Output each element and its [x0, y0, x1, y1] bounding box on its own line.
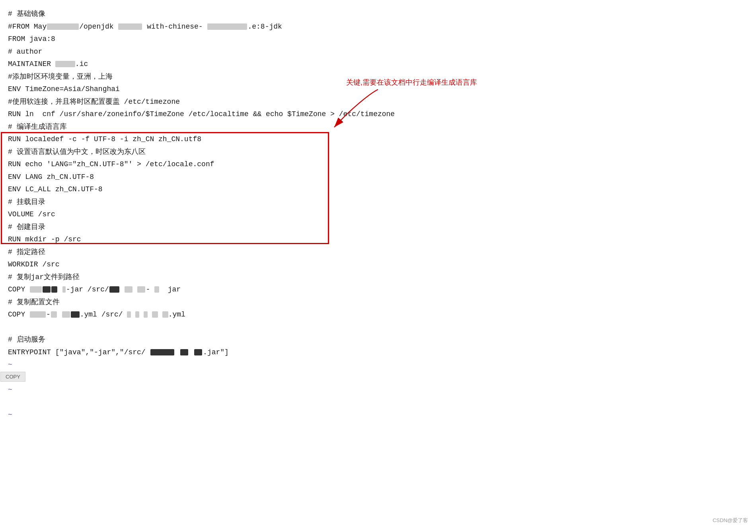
code-line-3: FROM java:8 — [8, 33, 744, 46]
code-line-23: COPY -jar /src/ - jar — [8, 283, 744, 296]
code-line-15: ENV LC_ALL zh_CN.UTF-8 — [8, 183, 744, 196]
code-line-22: # 复制jar文件到路径 — [8, 271, 744, 284]
tilde-line-3: ~ — [8, 409, 744, 421]
code-line-13: RUN echo 'LANG="zh_CN.UTF-8"' > /etc/loc… — [8, 158, 744, 171]
copy-badge[interactable]: COPY — [0, 372, 25, 382]
code-line-14: ENV LANG zh_CN.UTF-8 — [8, 171, 744, 184]
code-line-4: # author — [8, 46, 744, 58]
code-area: # 基础镜像 #FROM May /openjdk with-chinese- … — [8, 8, 744, 421]
code-line-26 — [8, 321, 744, 334]
empty-line-1 — [8, 371, 744, 384]
code-line-27: # 启动服务 — [8, 334, 744, 346]
page-container: COPY 关键,需要在该文档中行走编译生成语言库 # 基础镜像 #FROM Ma… — [0, 0, 756, 532]
code-line-12: # 设置语言默认值为中文，时区改为东八区 — [8, 146, 744, 159]
code-line-18: # 创建目录 — [8, 221, 744, 234]
code-line-16: # 挂载目录 — [8, 196, 744, 209]
code-line-1: # 基础镜像 — [8, 8, 744, 21]
code-line-21: WORKDIR /src — [8, 258, 744, 271]
code-line-11: RUN localedef -c -f UTF-8 -i zh_CN zh_CN… — [8, 133, 744, 146]
code-line-2: #FROM May /openjdk with-chinese- .e:8-jd… — [8, 21, 744, 33]
tilde-line-2: ~ — [8, 384, 744, 396]
code-line-24: # 复制配置文件 — [8, 296, 744, 309]
code-line-28: ENTRYPOINT ["java","-jar","/src/ .jar"] — [8, 346, 744, 359]
code-line-19: RUN mkdir -p /src — [8, 233, 744, 246]
code-line-25: COPY - .yml /src/ .yml — [8, 309, 744, 321]
code-line-20: # 指定路径 — [8, 246, 744, 259]
empty-line-2 — [8, 396, 744, 409]
csdn-watermark: CSDN@爱了客 — [713, 517, 748, 524]
annotation-arrow — [318, 85, 398, 133]
tilde-line-1: ~ — [8, 359, 744, 371]
code-line-17: VOLUME /src — [8, 208, 744, 221]
code-line-5: MAINTAINER .ic — [8, 58, 744, 71]
